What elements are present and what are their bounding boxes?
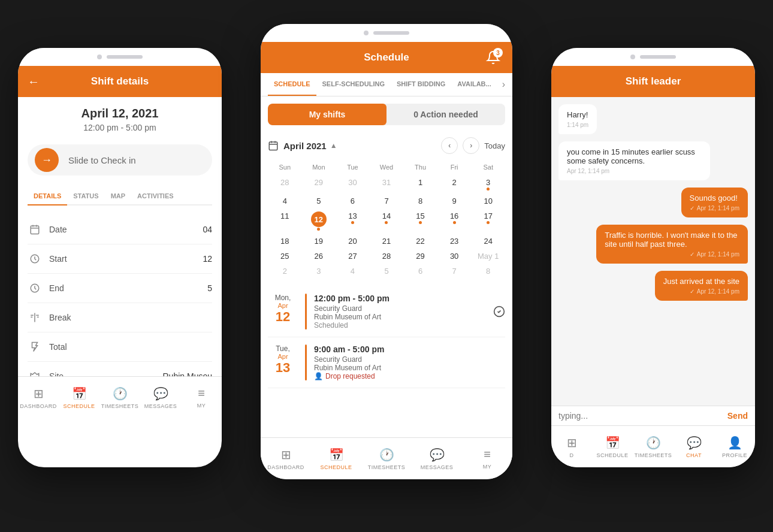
cal-cell-apr11[interactable]: 11 xyxy=(268,209,302,233)
cal-cell-apr13[interactable]: 13 xyxy=(336,209,370,233)
cal-cell-apr19[interactable]: 19 xyxy=(302,234,336,248)
tab-self-scheduling[interactable]: SELF-SCHEDULING xyxy=(316,73,391,96)
nav-messages-label-center: MESSAGES xyxy=(421,464,454,470)
cal-cell-apr27[interactable]: 27 xyxy=(336,249,370,263)
cal-cell-apr30[interactable]: 30 xyxy=(437,249,472,263)
cal-cell-apr1[interactable]: 1 xyxy=(403,176,437,193)
nav-schedule-center[interactable]: 📅 SCHEDULE xyxy=(311,448,361,470)
cal-cell-apr6[interactable]: 6 xyxy=(336,194,370,208)
schedule-icon-right: 📅 xyxy=(605,436,620,450)
msg-harry-time: 1:14 pm xyxy=(567,122,588,128)
nav-my-center[interactable]: ≡ MY xyxy=(462,448,512,470)
schedule-tab-bar: SCHEDULE SELF-SCHEDULING SHIFT BIDDING A… xyxy=(261,73,512,96)
cal-cell-may3[interactable]: 3 xyxy=(302,264,336,278)
tab-status[interactable]: STATUS xyxy=(67,188,104,204)
cal-cell-apr25[interactable]: 25 xyxy=(268,249,302,263)
nav-chat-right[interactable]: 💬 CHAT xyxy=(674,436,714,458)
schedule-title: Schedule xyxy=(364,52,409,64)
cal-cell-may2[interactable]: 2 xyxy=(268,264,302,278)
shift-date-col-apr13: Tue, Apr 13 xyxy=(268,344,298,380)
action-needed-btn[interactable]: 0 Action needed xyxy=(386,104,505,125)
slide-checkin[interactable]: → Slide to Check in xyxy=(28,144,212,176)
cal-cell-may5[interactable]: 5 xyxy=(370,264,404,278)
nav-schedule-right[interactable]: 📅 SCHEDULE xyxy=(592,436,633,458)
cal-cell-apr9[interactable]: 9 xyxy=(437,194,472,208)
cal-cell-apr7[interactable]: 7 xyxy=(370,194,404,208)
tab-available[interactable]: AVAILAB... xyxy=(451,73,497,96)
chat-messages: Harry! 1:14 pm you come in 15 minutes ea… xyxy=(551,97,755,406)
shift-date-col-apr12: Mon, Apr 12 xyxy=(268,294,298,330)
cal-cell-apr20[interactable]: 20 xyxy=(336,234,370,248)
calendar-collapse-icon[interactable]: ▲ xyxy=(330,141,337,150)
cal-week-3: 11 12 13 14 15 16 17 xyxy=(268,209,505,233)
cal-cell-apr12[interactable]: 12 xyxy=(302,209,336,233)
tab-shift-bidding[interactable]: SHIFT BIDDING xyxy=(391,73,451,96)
tabs-more-arrow[interactable]: › xyxy=(497,73,510,96)
today-button[interactable]: Today xyxy=(484,141,505,150)
nav-dashboard-center[interactable]: ⊞ DASHBOARD xyxy=(261,448,311,470)
nav-messages-left[interactable]: 💬 MESSAGES xyxy=(140,386,181,409)
cal-cell-apr16[interactable]: 16 xyxy=(437,209,472,233)
msg-harry: Harry! 1:14 pm xyxy=(558,104,597,134)
cal-cell-may1[interactable]: May 1 xyxy=(471,249,505,263)
tab-details[interactable]: DETAILS xyxy=(28,188,67,205)
cal-cell-apr28[interactable]: 28 xyxy=(370,249,404,263)
send-button[interactable]: Send xyxy=(727,411,748,421)
break-icon xyxy=(28,310,42,325)
shift-role-apr12: Security Guard xyxy=(314,304,493,313)
cal-cell-apr10[interactable]: 10 xyxy=(471,194,505,208)
tab-schedule[interactable]: SCHEDULE xyxy=(268,73,316,96)
cal-cell-may4[interactable]: 4 xyxy=(336,264,370,278)
nav-schedule-label-left: SCHEDULE xyxy=(63,403,95,409)
cal-cell-may8[interactable]: 8 xyxy=(471,264,505,278)
cal-cell-apr29[interactable]: 29 xyxy=(403,249,437,263)
cal-cell-apr18[interactable]: 18 xyxy=(268,234,302,248)
nav-profile-right[interactable]: 👤 PROFILE xyxy=(714,436,755,458)
shift-item-apr12[interactable]: Mon, Apr 12 12:00 pm - 5:00 pm Security … xyxy=(268,286,505,337)
cal-cell-apr2[interactable]: 2 xyxy=(437,176,472,193)
shift-item-apr13[interactable]: Tue, Apr 13 9:00 am - 5:00 pm Security G… xyxy=(268,337,505,388)
nav-dashboard-left[interactable]: ⊞ DASHBOARD xyxy=(18,386,59,409)
notification-badge[interactable]: 3 xyxy=(484,48,503,67)
nav-schedule-left[interactable]: 📅 SCHEDULE xyxy=(59,386,99,409)
nav-timesheets-label-center: TIMESHEETS xyxy=(368,464,406,470)
cal-cell-apr5[interactable]: 5 xyxy=(302,194,336,208)
cal-cell-apr3[interactable]: 3 xyxy=(471,176,505,193)
right-phone: Shift leader Harry! 1:14 pm you come in … xyxy=(551,48,755,467)
next-month-btn[interactable]: › xyxy=(463,137,479,154)
cal-cell-may6[interactable]: 6 xyxy=(403,264,437,278)
cal-cell-30-prev[interactable]: 30 xyxy=(336,176,370,193)
cal-cell-apr26[interactable]: 26 xyxy=(302,249,336,263)
calendar-header: April 2021 ▲ ‹ › Today xyxy=(261,132,512,159)
slide-button[interactable]: → xyxy=(35,148,59,172)
tab-map[interactable]: MAP xyxy=(105,188,131,204)
chat-input-field[interactable] xyxy=(558,411,723,421)
nav-timesheets-center[interactable]: 🕐 TIMESHEETS xyxy=(361,448,412,470)
back-button[interactable]: ← xyxy=(28,75,40,89)
cal-cell-apr17[interactable]: 17 xyxy=(471,209,505,233)
cal-cell-apr23[interactable]: 23 xyxy=(437,234,472,248)
cal-cell-apr8[interactable]: 8 xyxy=(403,194,437,208)
cal-cell-31-prev[interactable]: 31 xyxy=(370,176,404,193)
nav-messages-center[interactable]: 💬 MESSAGES xyxy=(412,448,462,470)
cal-week-6: 2 3 4 5 6 7 8 xyxy=(268,264,505,278)
cal-cell-apr24[interactable]: 24 xyxy=(471,234,505,248)
start-clock-icon xyxy=(28,252,42,266)
cal-cell-may7[interactable]: 7 xyxy=(437,264,472,278)
prev-month-btn[interactable]: ‹ xyxy=(441,137,458,154)
cal-cell-apr15[interactable]: 15 xyxy=(403,209,437,233)
my-shifts-btn[interactable]: My shifts xyxy=(268,104,386,125)
cal-cell-apr22[interactable]: 22 xyxy=(403,234,437,248)
nav-timesheets-left[interactable]: 🕐 TIMESHEETS xyxy=(99,386,140,409)
nav-my-left[interactable]: ≡ MY xyxy=(181,386,222,409)
cal-cell-apr21[interactable]: 21 xyxy=(370,234,404,248)
detail-break: Break xyxy=(28,303,212,332)
cal-cell-28-prev[interactable]: 28 xyxy=(268,176,302,193)
cal-cell-apr4[interactable]: 4 xyxy=(268,194,302,208)
tab-activities[interactable]: ACTIVITIES xyxy=(131,188,180,204)
cal-cell-apr14[interactable]: 14 xyxy=(370,209,404,233)
nav-timesheets-right[interactable]: 🕐 TIMESHEETS xyxy=(633,436,674,458)
nav-d-right[interactable]: ⊞ D xyxy=(551,436,592,458)
cal-cell-29-prev[interactable]: 29 xyxy=(302,176,336,193)
msg-arrived: Just arrived at the site ✓ Apr 12, 1:14 … xyxy=(655,271,748,301)
